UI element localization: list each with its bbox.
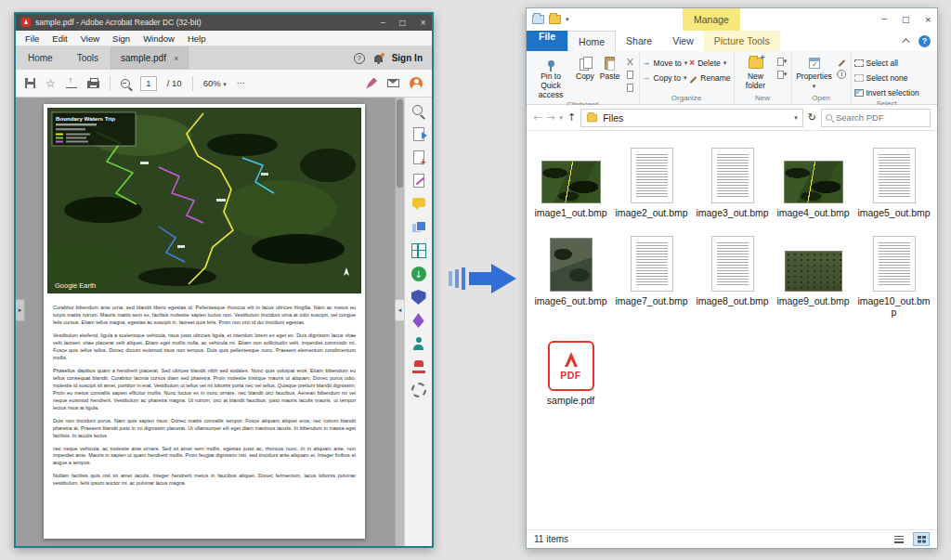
up-button[interactable]: ↑ xyxy=(567,111,576,124)
fill-sign-icon[interactable] xyxy=(411,313,426,328)
copy-path-button[interactable] xyxy=(624,69,636,80)
menu-file[interactable]: File xyxy=(20,33,45,45)
export-pdf-icon[interactable] xyxy=(411,127,426,142)
help-icon[interactable]: ? xyxy=(918,35,931,47)
manage-contextual-badge[interactable]: Manage xyxy=(683,8,740,31)
tab-tools[interactable]: Tools xyxy=(65,46,111,70)
forward-button[interactable]: → xyxy=(546,111,554,124)
organize-pages-icon[interactable] xyxy=(411,243,426,258)
combine-files-icon[interactable] xyxy=(411,220,426,235)
refresh-button[interactable]: ↻ xyxy=(808,111,816,124)
breadcrumb[interactable]: Files ▾ xyxy=(580,109,803,127)
close-button[interactable]: × xyxy=(420,19,426,27)
paste-button[interactable]: Paste xyxy=(598,53,622,82)
tab-share[interactable]: Share xyxy=(616,31,662,51)
edit-button[interactable] xyxy=(836,56,848,67)
minimize-button[interactable]: ─ xyxy=(882,15,887,24)
tab-document[interactable]: sample.pdf × xyxy=(111,46,189,70)
sign-pen-icon[interactable] xyxy=(366,78,377,89)
notifications-bell-icon[interactable] xyxy=(374,55,383,62)
file-item[interactable]: image2_out.bmp xyxy=(611,142,692,219)
menu-view[interactable]: View xyxy=(75,33,105,45)
details-view-button[interactable] xyxy=(891,532,907,546)
tab-home[interactable]: Home xyxy=(567,31,616,51)
page-number-input[interactable] xyxy=(140,76,157,91)
maximize-button[interactable]: □ xyxy=(399,19,407,27)
zoom-level-dropdown[interactable]: 60% ▾ xyxy=(203,78,227,88)
file-item[interactable]: image8_out.bmp xyxy=(692,230,773,319)
select-none-button[interactable]: Select none xyxy=(854,72,919,84)
menu-window[interactable]: Window xyxy=(137,33,180,45)
search-icon[interactable] xyxy=(411,104,426,119)
more-tools-icon[interactable]: ··· xyxy=(237,78,245,88)
easy-access-button[interactable]: ▾ xyxy=(776,69,788,80)
delete-button[interactable]: × Delete▾ xyxy=(689,57,730,69)
tab-file[interactable]: File xyxy=(527,31,567,51)
menu-edit[interactable]: Edit xyxy=(46,33,72,45)
protect-pdf-icon[interactable] xyxy=(411,290,426,305)
menu-help[interactable]: Help xyxy=(182,33,212,45)
recent-locations-icon[interactable]: ▾ xyxy=(559,114,563,122)
close-button[interactable]: × xyxy=(924,15,931,24)
more-tools-gear-icon[interactable] xyxy=(411,383,426,397)
copy-to-button[interactable]: → Copy to▾ xyxy=(643,72,688,84)
compress-pdf-icon[interactable]: ↓ xyxy=(411,267,426,281)
move-to-button[interactable]: → Move to▾ xyxy=(643,57,688,69)
copy-button[interactable]: Copy xyxy=(574,53,596,82)
search-input[interactable] xyxy=(836,112,926,123)
request-signatures-icon[interactable] xyxy=(411,336,426,351)
edit-pdf-icon[interactable] xyxy=(411,174,426,189)
scrollbar-thumb[interactable] xyxy=(397,99,403,188)
share-icon[interactable] xyxy=(66,78,77,88)
vertical-scrollbar[interactable] xyxy=(395,98,404,546)
menu-sign[interactable]: Sign xyxy=(107,33,136,45)
zoom-out-icon[interactable] xyxy=(121,79,130,88)
file-item[interactable]: PDF sample.pdf xyxy=(530,330,611,407)
file-item[interactable]: image4_out.bmp xyxy=(773,142,853,219)
paste-shortcut-button[interactable] xyxy=(624,82,636,93)
tools-pane-collapse-button[interactable]: ◂ xyxy=(395,299,404,321)
minimize-button[interactable]: ─ xyxy=(381,19,385,27)
file-item[interactable]: image1_out.bmp xyxy=(530,142,611,219)
print-icon[interactable] xyxy=(87,81,99,88)
account-avatar[interactable] xyxy=(410,77,423,90)
pin-to-quick-access-button[interactable]: Pin to Quick access xyxy=(529,53,572,99)
maximize-button[interactable]: □ xyxy=(902,15,910,24)
tab-home[interactable]: Home xyxy=(16,46,65,70)
minimize-ribbon-icon[interactable] xyxy=(902,38,909,46)
create-pdf-icon[interactable] xyxy=(411,150,426,165)
file-item[interactable]: image7_out.bmp xyxy=(611,230,692,319)
file-item[interactable]: image9_out.bmp xyxy=(773,230,853,319)
cut-button[interactable] xyxy=(624,56,636,67)
rename-button[interactable]: Rename xyxy=(689,72,730,84)
file-item[interactable]: image5_out.bmp xyxy=(853,142,934,219)
properties-button[interactable]: Properties ▾ xyxy=(795,53,834,91)
history-button[interactable] xyxy=(836,69,848,80)
help-icon[interactable]: ? xyxy=(354,53,365,64)
select-all-button[interactable]: Select all xyxy=(854,57,919,69)
tab-picture-tools[interactable]: Picture Tools xyxy=(704,31,780,51)
save-icon[interactable] xyxy=(25,78,35,88)
qat-customize-icon[interactable]: ▾ xyxy=(566,16,569,23)
tab-view[interactable]: View xyxy=(662,31,704,51)
new-item-button[interactable]: ▾ xyxy=(776,56,788,67)
file-item[interactable]: image10_out.bmp xyxy=(853,230,934,319)
file-item[interactable]: image3_out.bmp xyxy=(692,142,773,219)
sign-in-button[interactable]: Sign In xyxy=(392,53,423,63)
clipboard-group: Pin to Quick access Copy Paste Clipboard xyxy=(527,51,640,104)
breadcrumb-location[interactable]: Files xyxy=(603,112,623,124)
left-pane-expand-button[interactable]: ▸ xyxy=(16,299,25,321)
file-item[interactable]: image6_out.bmp xyxy=(530,230,611,319)
address-dropdown-icon[interactable]: ▾ xyxy=(794,114,798,122)
invert-selection-button[interactable]: Invert selection xyxy=(854,86,919,98)
thumbnails-view-button[interactable] xyxy=(913,532,930,546)
close-tab-icon[interactable]: × xyxy=(174,54,178,63)
stamp-icon[interactable] xyxy=(411,359,426,374)
search-box[interactable] xyxy=(821,109,931,127)
star-icon[interactable]: ☆ xyxy=(46,78,56,89)
back-button[interactable]: ← xyxy=(533,111,541,124)
send-mail-icon[interactable] xyxy=(387,79,399,87)
quick-access-folder-icon[interactable] xyxy=(549,15,561,24)
new-folder-button[interactable]: New folder xyxy=(737,53,775,91)
comment-icon[interactable] xyxy=(411,197,426,212)
